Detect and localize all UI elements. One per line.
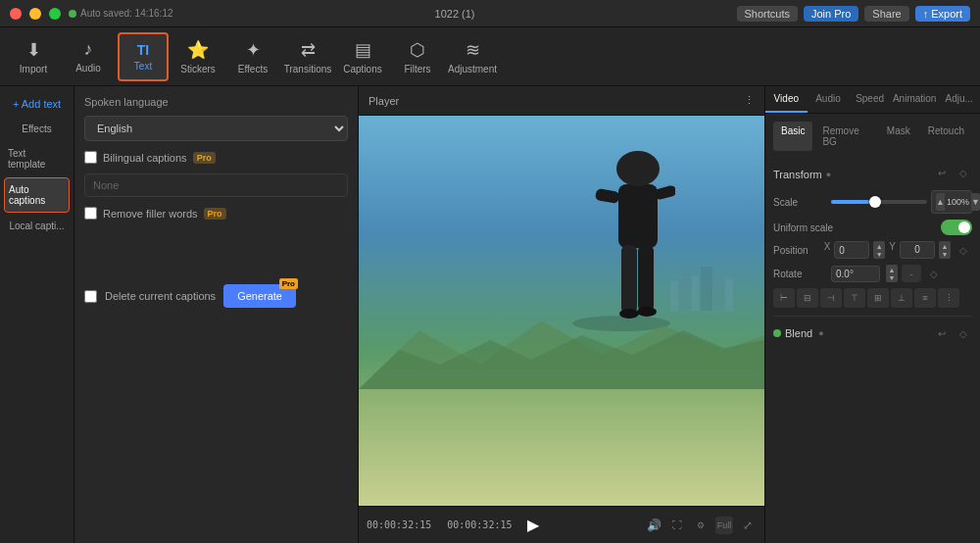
toolbar-import[interactable]: ⬇ Import <box>8 32 59 81</box>
position-x: 0 <box>834 241 869 259</box>
align-extra2[interactable]: ⋮ <box>938 288 959 308</box>
toolbar-adjustment[interactable]: ≋ Adjustment <box>447 32 498 81</box>
time-total: 00:00:32:15 <box>447 519 512 530</box>
add-text-button[interactable]: + Add text <box>4 92 70 116</box>
language-select[interactable]: English Spanish French <box>84 116 348 141</box>
settings-icon[interactable]: ⚙ <box>692 517 710 534</box>
center-panel: Spoken language English Spanish French B… <box>74 86 359 543</box>
scale-increase[interactable]: ▼ <box>971 193 980 211</box>
delete-captions-checkbox[interactable] <box>84 290 97 303</box>
left-panel: + Add text Effects Text template Auto ca… <box>0 86 74 543</box>
minimize-button[interactable] <box>29 8 41 20</box>
tab-speed[interactable]: Speed <box>849 86 891 113</box>
align-center-v[interactable]: ⊞ <box>867 288 889 308</box>
scale-value: ▲ 100% ▼ <box>931 190 972 214</box>
window-title: 1022 (1) <box>435 8 475 20</box>
player-video <box>359 116 764 506</box>
rotate-minus[interactable]: - <box>902 265 921 282</box>
sidebar-item-local-captions[interactable]: Local capti... <box>4 215 70 237</box>
generate-button[interactable]: Pro Generate <box>223 284 296 308</box>
maximize-button[interactable] <box>49 8 61 20</box>
rotate-label: Rotate <box>773 269 827 279</box>
share-button[interactable]: Share <box>864 6 908 22</box>
close-button[interactable] <box>10 8 22 20</box>
shortcuts-button[interactable]: Shortcuts <box>737 6 798 22</box>
position-row: Position X 0 ▲ ▼ Y 0 ▲ <box>773 241 972 259</box>
tab-video[interactable]: Video <box>765 86 808 113</box>
svg-rect-14 <box>692 276 699 311</box>
bilingual-checkbox[interactable] <box>84 151 97 164</box>
toolbar-filters[interactable]: ⬡ Filters <box>392 32 443 81</box>
align-extra1[interactable]: ≡ <box>914 288 936 308</box>
sub-tab-retouch[interactable]: Retouch <box>920 122 972 151</box>
blend-label: Blend ● <box>773 327 824 339</box>
transform-keyframe-button[interactable]: ◇ <box>955 164 972 181</box>
audio-icon: ♪ <box>84 39 93 60</box>
rotate-stepper[interactable]: ▲ ▼ <box>886 265 898 282</box>
captions-icon: ▤ <box>355 39 371 61</box>
tab-audio[interactable]: Audio <box>808 86 850 113</box>
tab-adjust[interactable]: Adju... <box>938 86 980 113</box>
fullscreen-icon[interactable]: ⛶ <box>668 517 686 534</box>
x-label: X <box>824 241 831 259</box>
blend-keyframe-button[interactable]: ◇ <box>955 324 972 342</box>
none-dropdown[interactable]: None <box>84 173 348 197</box>
align-left[interactable]: ⊢ <box>773 288 795 308</box>
toolbar-captions[interactable]: ▤ Captions <box>337 32 388 81</box>
volume-icon[interactable]: 🔊 <box>645 517 662 534</box>
toggle-thumb <box>958 222 970 233</box>
align-right[interactable]: ⊣ <box>820 288 842 308</box>
toolbar-audio[interactable]: ♪ Audio <box>63 32 114 81</box>
join-pro-button[interactable]: Join Pro <box>804 6 858 22</box>
toolbar-transitions[interactable]: ⇄ Transitions <box>282 32 333 81</box>
zoom-icon[interactable]: Full <box>715 517 733 534</box>
svg-rect-5 <box>654 184 675 200</box>
scale-decrease[interactable]: ▲ <box>936 193 945 211</box>
position-keyframe[interactable]: ◇ <box>955 241 972 259</box>
blend-actions: ↩ ◇ <box>933 324 972 342</box>
rotate-keyframe[interactable]: ◇ <box>925 265 943 282</box>
toolbar-effects[interactable]: ✦ Effects <box>227 32 278 81</box>
toolbar-text[interactable]: TI Text <box>118 32 169 81</box>
align-bottom[interactable]: ⊥ <box>891 288 912 308</box>
align-top[interactable]: ⊤ <box>844 288 865 308</box>
pos-x-stepper[interactable]: ▲ ▼ <box>873 241 885 259</box>
sub-tab-removebg[interactable]: Remove BG <box>814 122 876 151</box>
transform-indicator: ● <box>826 170 831 179</box>
player-options-icon[interactable]: ⋮ <box>744 94 755 107</box>
sidebar-item-effects[interactable]: Effects <box>4 118 70 140</box>
pos-y-stepper[interactable]: ▲ ▼ <box>939 241 951 259</box>
titlebar: Auto saved: 14:16:12 1022 (1) Shortcuts … <box>0 0 980 27</box>
tab-animation[interactable]: Animation <box>891 86 938 113</box>
blend-dot <box>773 329 781 337</box>
section-divider <box>773 316 972 317</box>
blend-reset-button[interactable]: ↩ <box>933 324 951 342</box>
sub-tab-basic[interactable]: Basic <box>773 122 812 151</box>
uniform-scale-toggle[interactable] <box>941 220 972 235</box>
align-row: ⊢ ⊟ ⊣ ⊤ ⊞ ⊥ ≡ ⋮ <box>773 288 972 308</box>
toolbar-stickers[interactable]: ⭐ Stickers <box>172 32 223 81</box>
scale-slider[interactable] <box>831 200 927 204</box>
expand-icon[interactable]: ⤢ <box>739 517 757 534</box>
svg-rect-7 <box>638 245 654 312</box>
bilingual-pro-badge: Pro <box>193 152 216 164</box>
position-y: 0 <box>900 241 935 259</box>
align-center-h[interactable]: ⊟ <box>797 288 818 308</box>
svg-point-3 <box>616 151 660 186</box>
transform-header: Transform ● ↩ ◇ <box>773 161 972 184</box>
sidebar-item-text-template[interactable]: Text template <box>4 142 70 175</box>
y-label: Y <box>889 241 896 259</box>
scale-label: Scale <box>773 197 827 208</box>
mountains <box>359 311 764 389</box>
scale-thumb <box>869 196 881 208</box>
export-button[interactable]: ↑ Export <box>915 6 970 22</box>
position-inputs: X 0 ▲ ▼ Y 0 ▲ ▼ ◇ <box>824 241 972 259</box>
play-button[interactable]: ▶ <box>527 516 539 534</box>
filler-words-checkbox[interactable] <box>84 207 97 220</box>
sub-tab-mask[interactable]: Mask <box>879 122 918 151</box>
transform-reset-button[interactable]: ↩ <box>933 164 951 181</box>
sidebar-item-auto-captions[interactable]: Auto captions <box>4 177 70 213</box>
import-icon: ⬇ <box>26 39 41 61</box>
scale-fill <box>831 200 869 204</box>
svg-rect-2 <box>618 184 658 248</box>
